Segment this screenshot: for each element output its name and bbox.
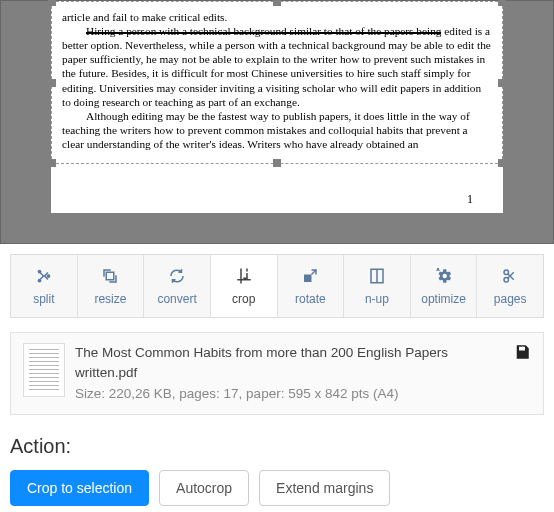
action-buttons: Crop to selection Autocrop Extend margin… (10, 470, 544, 506)
autocrop-button[interactable]: Autocrop (159, 470, 249, 506)
doc-line-cut: article and fail to make critical edits. (62, 10, 492, 24)
tool-resize-label: resize (94, 292, 126, 306)
page-canvas: article and fail to make critical edits.… (51, 1, 503, 213)
file-name: The Most Common Habits from more than 20… (75, 343, 503, 384)
extend-margins-button[interactable]: Extend margins (259, 470, 390, 506)
file-meta: Size: 220,26 KB, pages: 17, paper: 595 x… (75, 384, 503, 404)
split-icon (35, 267, 53, 288)
tool-resize[interactable]: resize (78, 255, 145, 317)
page-viewer: article and fail to make critical edits.… (0, 0, 554, 244)
convert-icon (168, 267, 186, 288)
crop-selection[interactable]: article and fail to make critical edits.… (51, 1, 503, 164)
crop-to-selection-button[interactable]: Crop to selection (10, 470, 149, 506)
doc-p1-rest: edited is a better option. Nevertheless,… (62, 25, 491, 108)
tool-crop[interactable]: crop (211, 255, 278, 317)
tool-crop-label: crop (232, 292, 255, 306)
crop-icon (235, 267, 253, 288)
save-icon[interactable] (513, 343, 531, 364)
file-info-box: The Most Common Habits from more than 20… (10, 332, 544, 415)
tool-optimize-label: optimize (421, 292, 466, 306)
file-thumbnail (23, 343, 65, 397)
handle-e[interactable] (498, 79, 506, 87)
tool-split[interactable]: split (11, 255, 78, 317)
tool-optimize[interactable]: optimize (411, 255, 478, 317)
page-number: 1 (51, 164, 503, 213)
pages-icon (501, 267, 519, 288)
handle-sw[interactable] (48, 159, 56, 167)
handle-w[interactable] (48, 79, 56, 87)
doc-p1-strike: Hiring a person with a technical backgro… (86, 25, 441, 37)
tool-rotate[interactable]: rotate (278, 255, 345, 317)
document-text: article and fail to make critical edits.… (62, 10, 492, 151)
tool-rotate-label: rotate (295, 292, 326, 306)
tool-convert[interactable]: convert (144, 255, 211, 317)
tool-pages-label: pages (494, 292, 527, 306)
tool-nup-label: n-up (365, 292, 389, 306)
handle-s[interactable] (273, 159, 281, 167)
action-label: Action: (10, 435, 544, 458)
tool-convert-label: convert (157, 292, 196, 306)
svg-rect-9 (522, 347, 524, 350)
svg-point-0 (37, 269, 41, 273)
tool-pages[interactable]: pages (477, 255, 543, 317)
nup-icon (368, 267, 386, 288)
handle-nw[interactable] (48, 0, 56, 6)
tool-split-label: split (33, 292, 54, 306)
handle-n[interactable] (273, 0, 281, 6)
toolbar: split resize convert crop rotate n-up op… (10, 254, 544, 318)
rotate-icon (301, 267, 319, 288)
resize-icon (101, 267, 119, 288)
handle-se[interactable] (498, 159, 506, 167)
svg-point-1 (37, 278, 41, 282)
handle-ne[interactable] (498, 0, 506, 6)
tool-nup[interactable]: n-up (344, 255, 411, 317)
svg-point-2 (46, 274, 50, 278)
optimize-icon (435, 267, 453, 288)
doc-p2: Although editing may be the fastest way … (62, 109, 492, 151)
